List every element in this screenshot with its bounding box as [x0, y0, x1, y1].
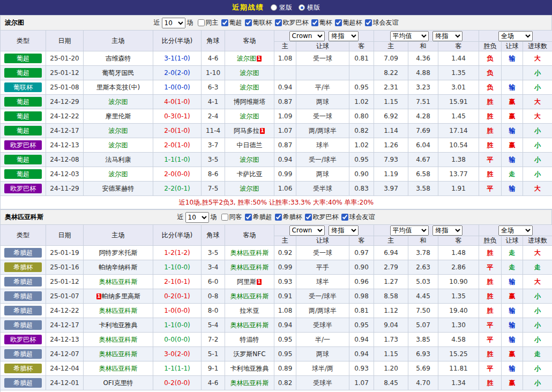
col-type: 类型	[1, 225, 46, 246]
avg-away-odds: 17.14	[438, 124, 479, 138]
checkbox-input[interactable]	[245, 214, 252, 221]
radio-icon	[299, 4, 305, 11]
average-select[interactable]: 平均值	[390, 225, 429, 236]
checkbox-input[interactable]	[245, 19, 252, 26]
away-team: 阿里斯1	[225, 275, 274, 289]
crown-home-odds: 1.06	[274, 182, 296, 196]
checkbox-input[interactable]	[341, 214, 348, 221]
avg-home-odds: 1.14	[374, 124, 408, 138]
filter-checkbox[interactable]: 葡超	[221, 18, 242, 27]
score: 2-2(0-1)	[153, 182, 202, 196]
checkbox-input[interactable]	[365, 19, 372, 26]
away-team: 卡利地亚雅典	[225, 361, 274, 376]
col-home: 主场	[84, 31, 153, 51]
radio-vertical-layout[interactable]: 竖版	[271, 3, 292, 12]
match-date: 25-01-12	[46, 275, 84, 289]
result-goals: 小	[523, 289, 552, 304]
match-date: 24-12-03	[46, 167, 84, 182]
result-goals: 大	[523, 246, 552, 260]
league-badge: 葡超	[4, 54, 42, 63]
radio-horizontal-layout[interactable]: 横版	[299, 3, 320, 12]
result-goals: 小	[523, 66, 552, 80]
section-header: 波尔图 近 10 场 同主葡超葡联杯欧罗巴杯葡杯葡超杯球会友谊	[0, 15, 552, 30]
red-card-badge: 1	[257, 279, 262, 285]
avg-home-odds: 1.15	[374, 347, 408, 361]
checkbox-input[interactable]	[221, 214, 228, 221]
filter-checkbox[interactable]: 欧罗巴杯	[305, 213, 339, 222]
avg-draw-odds: 5.69	[408, 361, 438, 376]
filter-checkbox[interactable]: 欧罗巴杯	[275, 18, 309, 27]
checkbox-input[interactable]	[305, 214, 312, 221]
filter-checkbox[interactable]: 球会友谊	[365, 18, 399, 27]
col-avg-draw: 和	[408, 42, 438, 51]
filter-checkbox[interactable]: 葡杯	[311, 18, 332, 27]
col-date: 日期	[46, 31, 84, 51]
handicap-line: 两/两球半	[296, 304, 349, 318]
team-name-text: 奥林匹亚科斯	[99, 307, 138, 314]
filter-checkbox[interactable]: 球会友谊	[341, 213, 375, 222]
checkbox-input[interactable]	[335, 19, 342, 26]
full-match-select[interactable]: 全场	[498, 225, 533, 236]
recent-count-select[interactable]: 10	[162, 18, 185, 28]
final-odds-select[interactable]: 终指	[329, 225, 359, 236]
handicap-line: 平手	[296, 260, 349, 275]
filter-checkbox[interactable]: 同客	[221, 213, 242, 222]
avg-draw-odds: 4.36	[408, 51, 438, 66]
recent-count-select[interactable]: 10	[185, 212, 209, 223]
crown-away-odds: 1.02	[349, 95, 374, 109]
filter-checkbox[interactable]: 葡超杯	[335, 18, 362, 27]
final-odds-select[interactable]: 终指	[329, 31, 359, 41]
col-away: 客场	[225, 31, 274, 51]
league-badge: 葡超	[4, 97, 42, 107]
league-type-cell: 葡超	[1, 153, 46, 167]
score: 3-1(1-0)	[153, 51, 202, 66]
result-goals: 大	[523, 95, 552, 109]
filter-checkbox[interactable]: 希腊超	[245, 213, 272, 222]
avg-draw-odds: 6.93	[408, 347, 438, 361]
checkbox-input[interactable]	[275, 19, 282, 26]
final-odds-select[interactable]: 终指	[432, 31, 463, 41]
checkbox-input[interactable]	[275, 214, 282, 221]
home-team: 帕纳辛纳科斯	[84, 260, 153, 275]
result-handicap: 输	[502, 304, 523, 318]
checkbox-label: 葡超	[229, 18, 242, 27]
home-team: 奥林匹亚科斯	[84, 304, 153, 318]
checkbox-input[interactable]	[221, 19, 228, 26]
team-name-text: 波尔图	[109, 98, 128, 105]
crown-home-odds: 0.99	[274, 167, 296, 182]
crown-home-odds: 1.08	[274, 51, 296, 66]
team-name-text: 波尔图	[240, 185, 259, 192]
league-type-cell: 欧罗巴杯	[1, 138, 46, 153]
result-winloss: 胜	[479, 289, 502, 304]
bookmaker-select[interactable]: Crown	[289, 31, 325, 41]
filter-checkbox[interactable]: 葡联杯	[245, 18, 272, 27]
league-type-cell: 葡超	[1, 95, 46, 109]
corners: 1-10	[202, 66, 225, 80]
avg-draw-odds: 4.88	[408, 66, 438, 80]
crown-away-odds: 0.80	[349, 109, 374, 124]
checkbox-input[interactable]	[198, 19, 205, 26]
team-name-text: 波尔图	[240, 112, 259, 120]
bookmaker-select[interactable]: Crown	[289, 225, 325, 236]
filter-checkbox[interactable]: 同主	[198, 18, 219, 27]
filter-checkbox[interactable]: 希腊杯	[275, 213, 302, 222]
final-odds-select[interactable]: 终指	[432, 225, 463, 236]
checkbox-input[interactable]	[311, 19, 318, 26]
crown-home-odds: 0.92	[274, 246, 296, 260]
avg-away-odds: 19.40	[438, 304, 479, 318]
corners: 4-1	[202, 95, 225, 109]
result-handicap: 赢	[502, 376, 523, 390]
team-name-text: 波尔图	[240, 84, 259, 91]
team-name: 奥林匹亚科斯	[5, 213, 43, 222]
checkbox-label: 欧罗巴杯	[313, 213, 339, 222]
avg-away-odds: 1.44	[438, 51, 479, 66]
match-row: 欧罗巴杯24-12-13奥林匹亚科斯0-0(0-0)7-2特温特0.95半/一0…	[1, 333, 552, 347]
full-match-select[interactable]: 全场	[498, 31, 533, 41]
result-handicap: 走	[502, 246, 523, 260]
home-team: 奥林匹亚科斯	[84, 361, 153, 376]
match-row: 葡超25-01-20吉维森特3-1(1-0)4-6波尔图11.08受一球0.81…	[1, 51, 552, 66]
match-row: 希腊杯25-01-16帕纳辛纳科斯1-1(0-0)3-4奥林匹亚科斯0.99平手…	[1, 260, 552, 275]
home-team: 波尔图	[84, 124, 153, 138]
average-select[interactable]: 平均值	[390, 31, 429, 41]
score: 4-0(1-0)	[153, 95, 202, 109]
